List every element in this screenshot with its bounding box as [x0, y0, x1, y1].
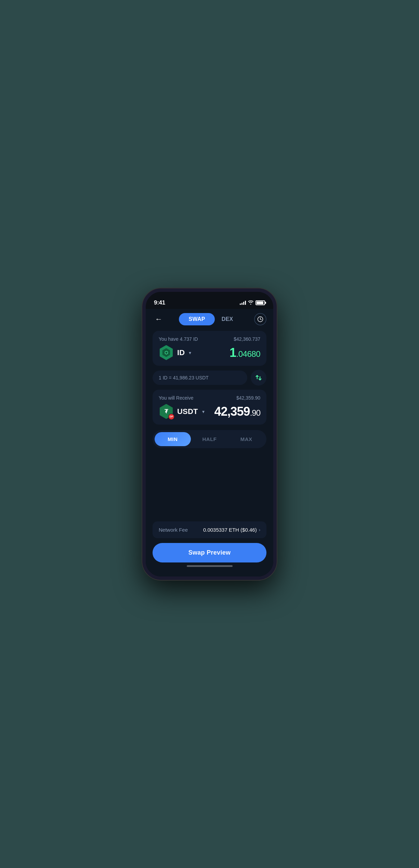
tab-group: SWAP DEX — [179, 313, 240, 325]
max-button[interactable]: MAX — [228, 432, 264, 446]
from-token-name: ID — [177, 348, 185, 357]
id-hex-symbol: ⬡ — [165, 350, 168, 355]
back-button[interactable]: ← — [153, 313, 165, 325]
history-icon — [257, 316, 263, 322]
to-token-name: USDT — [177, 407, 198, 416]
tab-dex[interactable]: DEX — [215, 313, 240, 325]
spacer — [153, 454, 266, 521]
to-label: You will Receive — [159, 395, 193, 401]
from-amount-main: 1 — [230, 346, 236, 360]
from-amount[interactable]: 1.04680 — [230, 346, 260, 360]
fee-chevron-icon: › — [259, 527, 260, 532]
signal-bars-icon — [240, 301, 246, 305]
exchange-rate-bar: 1 ID = 41,986.23 USDT — [153, 370, 266, 386]
usdt-token-icon: ₮ OP — [159, 404, 174, 419]
battery-icon — [256, 300, 265, 305]
network-fee-label: Network Fee — [159, 527, 188, 533]
amount-buttons-group: MIN HALF MAX — [153, 430, 266, 448]
from-token-chevron-icon: ▾ — [189, 350, 191, 355]
wifi-icon — [248, 300, 253, 306]
from-usd-value: $42,360.737 — [234, 336, 260, 342]
back-arrow-icon: ← — [155, 315, 162, 324]
to-amount-decimal: .90 — [250, 408, 260, 417]
min-button[interactable]: MIN — [155, 432, 191, 446]
network-fee-value: 0.0035337 ETH ($0.46) › — [203, 527, 260, 533]
history-button[interactable] — [254, 313, 266, 325]
swap-direction-button[interactable] — [251, 370, 266, 386]
to-meta: You will Receive $42,359.90 — [159, 395, 260, 401]
main-content: You have 4.737 ID $42,360.737 ⬡ ID — [146, 331, 273, 565]
to-amount-main: 42,359 — [214, 404, 250, 418]
from-label: You have 4.737 ID — [159, 336, 198, 342]
id-token-icon: ⬡ — [159, 345, 174, 360]
network-fee-section[interactable]: Network Fee 0.0035337 ETH ($0.46) › — [153, 521, 266, 538]
exchange-rate-pill: 1 ID = 41,986.23 USDT — [153, 371, 247, 385]
half-button[interactable]: HALF — [192, 432, 228, 446]
to-token-row: ₮ OP USDT ▾ 42,359.90 — [159, 404, 260, 419]
from-meta: You have 4.737 ID $42,360.737 — [159, 336, 260, 342]
screen: ← SWAP DEX You have 4.737 ID $42,360.737 — [146, 309, 273, 576]
status-time: 9:41 — [154, 299, 165, 306]
swap-preview-button[interactable]: Swap Preview — [153, 543, 266, 562]
to-usd-value: $42,359.90 — [236, 395, 260, 401]
home-indicator — [187, 565, 233, 567]
swap-arrows-icon — [255, 374, 262, 381]
header: ← SWAP DEX — [146, 309, 273, 331]
usdt-hex-symbol: ₮ — [165, 408, 168, 415]
to-token-chevron-icon: ▾ — [202, 409, 205, 414]
to-section: You will Receive $42,359.90 ₮ OP USDT ▾ — [153, 390, 266, 425]
from-amount-decimal: .04680 — [236, 349, 260, 359]
status-icons — [240, 300, 265, 306]
op-badge: OP — [168, 414, 174, 420]
to-amount: 42,359.90 — [214, 404, 260, 419]
bottom-safe-area — [146, 570, 273, 576]
network-fee-amount: 0.0035337 ETH ($0.46) — [203, 527, 257, 533]
to-token-selector[interactable]: ₮ OP USDT ▾ — [159, 404, 205, 419]
from-section: You have 4.737 ID $42,360.737 ⬡ ID — [153, 331, 266, 366]
tab-swap[interactable]: SWAP — [179, 313, 214, 325]
from-token-selector[interactable]: ⬡ ID ▾ — [159, 345, 191, 360]
from-token-row: ⬡ ID ▾ 1.04680 — [159, 345, 260, 360]
